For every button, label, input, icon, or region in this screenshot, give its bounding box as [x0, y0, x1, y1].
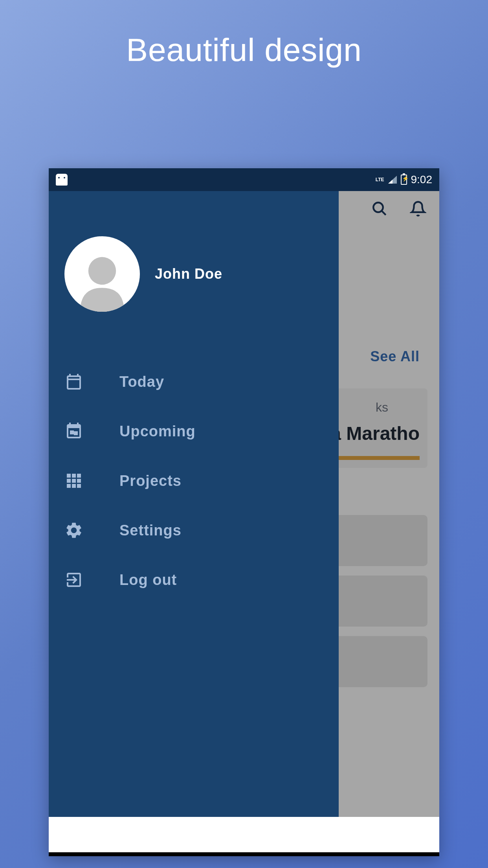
svg-rect-11 — [72, 484, 76, 488]
status-time: 9:02 — [411, 173, 433, 186]
device-frame: LTE 9:02 — [49, 168, 439, 856]
svg-rect-10 — [67, 484, 71, 488]
calendar-today-icon — [64, 372, 83, 391]
lte-icon: LTE — [376, 177, 384, 182]
nav-label: Settings — [119, 522, 182, 539]
sidebar-item-projects[interactable]: Projects — [64, 462, 323, 500]
nav-label: Upcoming — [119, 423, 196, 440]
logout-icon — [64, 570, 83, 589]
calendar-event-icon — [64, 422, 83, 441]
status-left — [56, 174, 68, 186]
app-content: See All ks a Maratho — [49, 191, 439, 817]
svg-rect-3 — [70, 430, 74, 434]
svg-rect-9 — [77, 479, 81, 483]
svg-rect-8 — [72, 479, 76, 483]
sidebar-item-today[interactable]: Today — [64, 363, 323, 401]
profile-section[interactable]: John Doe — [64, 236, 323, 312]
signal-icon — [388, 176, 397, 184]
person-icon — [71, 249, 134, 312]
username: John Doe — [155, 266, 222, 282]
sidebar-item-settings[interactable]: Settings — [64, 511, 323, 549]
battery-charging-icon — [401, 175, 407, 185]
svg-rect-12 — [77, 484, 81, 488]
nav-list: Today Upcoming — [64, 363, 323, 599]
sidebar-item-logout[interactable]: Log out — [64, 561, 323, 599]
svg-rect-7 — [67, 479, 71, 483]
svg-rect-4 — [67, 474, 71, 478]
nav-label: Log out — [119, 572, 177, 588]
promo-title: Beautiful design — [0, 0, 488, 68]
status-right: LTE 9:02 — [376, 173, 432, 186]
status-bar: LTE 9:02 — [49, 168, 439, 191]
svg-rect-5 — [72, 474, 76, 478]
grid-icon — [64, 471, 83, 490]
nav-label: Projects — [119, 473, 182, 489]
gear-icon — [64, 521, 83, 540]
sidebar: John Doe Today — [49, 191, 339, 817]
svg-point-2 — [88, 257, 116, 285]
nav-label: Today — [119, 373, 164, 390]
svg-rect-6 — [77, 474, 81, 478]
avatar — [64, 236, 140, 312]
android-icon — [56, 174, 68, 186]
sidebar-item-upcoming[interactable]: Upcoming — [64, 412, 323, 450]
